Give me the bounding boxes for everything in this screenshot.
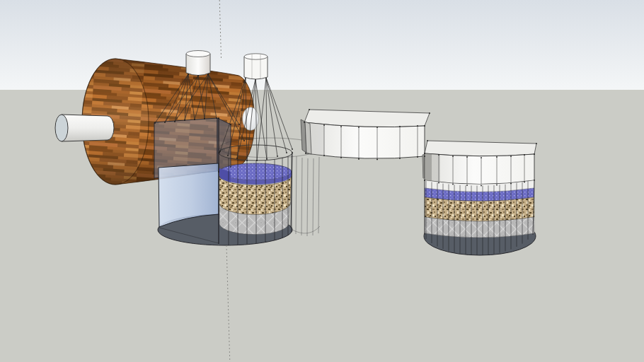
- chimney-right-top: [244, 54, 268, 59]
- right-tank-band-shade-deep: [425, 153, 432, 182]
- chimney-right-body: [244, 57, 268, 79]
- right-filter-tank[interactable]: [424, 141, 536, 255]
- viewport: [0, 0, 644, 362]
- vent-chimney-right[interactable]: [244, 54, 268, 79]
- inlet-pipe[interactable]: [55, 115, 114, 141]
- right-tank-band: [425, 153, 534, 185]
- viewport-canvas[interactable]: [0, 0, 644, 362]
- right-tank-top-face: [425, 141, 536, 156]
- pipe-body: [62, 115, 114, 141]
- pipe-cap: [55, 115, 68, 141]
- chimney-left-top: [186, 51, 210, 57]
- vent-chimney-left[interactable]: [186, 51, 210, 76]
